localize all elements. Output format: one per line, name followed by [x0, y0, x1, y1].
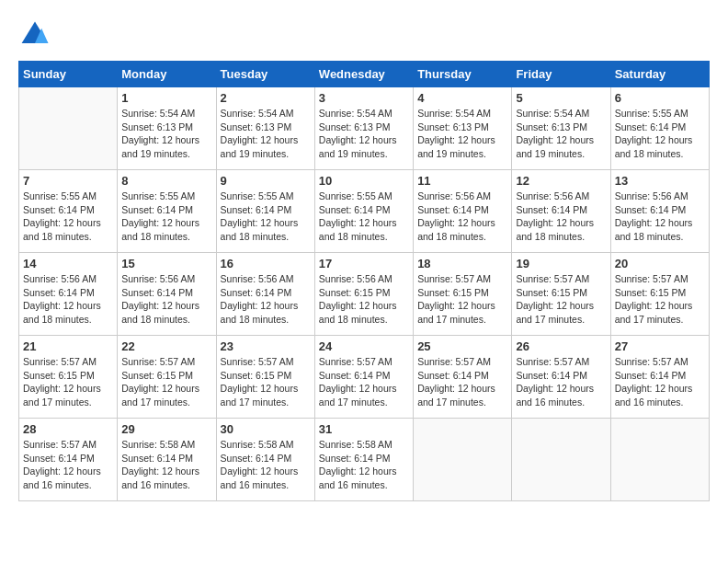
- calendar-day-cell: 24Sunrise: 5:57 AM Sunset: 6:14 PM Dayli…: [314, 336, 413, 419]
- page-header: [18, 18, 710, 52]
- day-of-week-header: Wednesday: [314, 62, 413, 87]
- day-info-text: Sunrise: 5:56 AM Sunset: 6:14 PM Dayligh…: [23, 272, 113, 327]
- day-info-text: Sunrise: 5:57 AM Sunset: 6:14 PM Dayligh…: [23, 438, 113, 492]
- calendar-day-cell: 9Sunrise: 5:55 AM Sunset: 6:14 PM Daylig…: [216, 170, 314, 253]
- calendar-day-cell: 23Sunrise: 5:57 AM Sunset: 6:15 PM Dayli…: [216, 336, 314, 419]
- day-info-text: Sunrise: 5:57 AM Sunset: 6:15 PM Dayligh…: [615, 272, 705, 327]
- day-info-text: Sunrise: 5:56 AM Sunset: 6:14 PM Dayligh…: [121, 272, 211, 327]
- calendar-day-cell: 28Sunrise: 5:57 AM Sunset: 6:14 PM Dayli…: [19, 419, 118, 501]
- day-of-week-header: Tuesday: [216, 62, 314, 87]
- day-number: 10: [319, 174, 409, 188]
- day-number: 15: [121, 257, 211, 270]
- day-number: 11: [417, 174, 507, 188]
- calendar-day-cell: 19Sunrise: 5:57 AM Sunset: 6:15 PM Dayli…: [512, 253, 610, 336]
- calendar-day-cell: 30Sunrise: 5:58 AM Sunset: 6:14 PM Dayli…: [216, 419, 314, 501]
- day-number: 25: [417, 339, 507, 353]
- day-number: 31: [319, 422, 409, 436]
- calendar-day-cell: [512, 419, 610, 501]
- calendar-day-cell: 26Sunrise: 5:57 AM Sunset: 6:14 PM Dayli…: [512, 336, 610, 419]
- calendar-day-cell: 8Sunrise: 5:55 AM Sunset: 6:14 PM Daylig…: [118, 170, 216, 253]
- day-number: 8: [121, 174, 211, 188]
- day-info-text: Sunrise: 5:57 AM Sunset: 6:14 PM Dayligh…: [417, 355, 507, 409]
- day-number: 7: [23, 174, 113, 188]
- day-info-text: Sunrise: 5:56 AM Sunset: 6:14 PM Dayligh…: [516, 190, 606, 244]
- calendar-header-row: SundayMondayTuesdayWednesdayThursdayFrid…: [19, 62, 710, 87]
- day-number: 19: [516, 257, 606, 270]
- day-info-text: Sunrise: 5:55 AM Sunset: 6:14 PM Dayligh…: [23, 190, 113, 244]
- calendar-day-cell: 22Sunrise: 5:57 AM Sunset: 6:15 PM Dayli…: [118, 336, 216, 419]
- calendar-week-row: 7Sunrise: 5:55 AM Sunset: 6:14 PM Daylig…: [19, 170, 710, 253]
- day-info-text: Sunrise: 5:57 AM Sunset: 6:14 PM Dayligh…: [516, 355, 606, 409]
- day-number: 30: [221, 422, 311, 436]
- day-info-text: Sunrise: 5:54 AM Sunset: 6:13 PM Dayligh…: [221, 107, 311, 161]
- day-number: 23: [221, 339, 311, 353]
- calendar-day-cell: 2Sunrise: 5:54 AM Sunset: 6:13 PM Daylig…: [216, 87, 314, 170]
- calendar-day-cell: 13Sunrise: 5:56 AM Sunset: 6:14 PM Dayli…: [610, 170, 709, 253]
- day-number: 20: [615, 257, 705, 270]
- day-number: 22: [121, 339, 211, 353]
- day-number: 17: [319, 257, 409, 270]
- day-info-text: Sunrise: 5:55 AM Sunset: 6:14 PM Dayligh…: [615, 107, 705, 161]
- day-number: 3: [319, 91, 409, 105]
- calendar-day-cell: [414, 419, 512, 501]
- day-info-text: Sunrise: 5:57 AM Sunset: 6:14 PM Dayligh…: [319, 355, 409, 409]
- day-number: 27: [615, 339, 705, 353]
- day-number: 14: [23, 257, 113, 270]
- day-info-text: Sunrise: 5:57 AM Sunset: 6:14 PM Dayligh…: [615, 355, 705, 409]
- logo: [18, 18, 55, 52]
- day-number: 26: [516, 339, 606, 353]
- calendar-day-cell: 7Sunrise: 5:55 AM Sunset: 6:14 PM Daylig…: [19, 170, 118, 253]
- calendar-week-row: 28Sunrise: 5:57 AM Sunset: 6:14 PM Dayli…: [19, 419, 710, 501]
- day-info-text: Sunrise: 5:55 AM Sunset: 6:14 PM Dayligh…: [221, 190, 311, 244]
- day-number: 21: [23, 339, 113, 353]
- calendar-day-cell: 14Sunrise: 5:56 AM Sunset: 6:14 PM Dayli…: [19, 253, 118, 336]
- day-number: 18: [417, 257, 507, 270]
- calendar-day-cell: 21Sunrise: 5:57 AM Sunset: 6:15 PM Dayli…: [19, 336, 118, 419]
- calendar-day-cell: [610, 419, 709, 501]
- day-info-text: Sunrise: 5:57 AM Sunset: 6:15 PM Dayligh…: [516, 272, 606, 327]
- day-of-week-header: Friday: [512, 62, 610, 87]
- calendar-week-row: 1Sunrise: 5:54 AM Sunset: 6:13 PM Daylig…: [19, 87, 710, 170]
- day-info-text: Sunrise: 5:58 AM Sunset: 6:14 PM Dayligh…: [221, 438, 311, 492]
- day-info-text: Sunrise: 5:57 AM Sunset: 6:15 PM Dayligh…: [417, 272, 507, 327]
- calendar-day-cell: 12Sunrise: 5:56 AM Sunset: 6:14 PM Dayli…: [512, 170, 610, 253]
- day-info-text: Sunrise: 5:57 AM Sunset: 6:15 PM Dayligh…: [23, 355, 113, 409]
- logo-icon: [18, 18, 51, 52]
- calendar-day-cell: 6Sunrise: 5:55 AM Sunset: 6:14 PM Daylig…: [610, 87, 709, 170]
- calendar-day-cell: 5Sunrise: 5:54 AM Sunset: 6:13 PM Daylig…: [512, 87, 610, 170]
- day-number: 9: [221, 174, 311, 188]
- calendar-week-row: 14Sunrise: 5:56 AM Sunset: 6:14 PM Dayli…: [19, 253, 710, 336]
- day-of-week-header: Monday: [118, 62, 216, 87]
- calendar-day-cell: 31Sunrise: 5:58 AM Sunset: 6:14 PM Dayli…: [314, 419, 413, 501]
- day-number: 12: [516, 174, 606, 188]
- day-number: 4: [417, 91, 507, 105]
- day-info-text: Sunrise: 5:54 AM Sunset: 6:13 PM Dayligh…: [417, 107, 507, 161]
- day-info-text: Sunrise: 5:57 AM Sunset: 6:15 PM Dayligh…: [121, 355, 211, 409]
- calendar-week-row: 21Sunrise: 5:57 AM Sunset: 6:15 PM Dayli…: [19, 336, 710, 419]
- day-number: 5: [516, 91, 606, 105]
- calendar-day-cell: 27Sunrise: 5:57 AM Sunset: 6:14 PM Dayli…: [610, 336, 709, 419]
- calendar-day-cell: 4Sunrise: 5:54 AM Sunset: 6:13 PM Daylig…: [414, 87, 512, 170]
- day-number: 24: [319, 339, 409, 353]
- calendar-day-cell: 3Sunrise: 5:54 AM Sunset: 6:13 PM Daylig…: [314, 87, 413, 170]
- calendar-day-cell: 11Sunrise: 5:56 AM Sunset: 6:14 PM Dayli…: [414, 170, 512, 253]
- calendar-day-cell: 17Sunrise: 5:56 AM Sunset: 6:15 PM Dayli…: [314, 253, 413, 336]
- calendar-table: SundayMondayTuesdayWednesdayThursdayFrid…: [18, 61, 710, 501]
- day-info-text: Sunrise: 5:57 AM Sunset: 6:15 PM Dayligh…: [221, 355, 311, 409]
- calendar-day-cell: 16Sunrise: 5:56 AM Sunset: 6:14 PM Dayli…: [216, 253, 314, 336]
- calendar-day-cell: [19, 87, 118, 170]
- calendar-day-cell: 29Sunrise: 5:58 AM Sunset: 6:14 PM Dayli…: [118, 419, 216, 501]
- day-info-text: Sunrise: 5:54 AM Sunset: 6:13 PM Dayligh…: [516, 107, 606, 161]
- day-of-week-header: Thursday: [414, 62, 512, 87]
- calendar-day-cell: 15Sunrise: 5:56 AM Sunset: 6:14 PM Dayli…: [118, 253, 216, 336]
- day-info-text: Sunrise: 5:55 AM Sunset: 6:14 PM Dayligh…: [319, 190, 409, 244]
- calendar-day-cell: 10Sunrise: 5:55 AM Sunset: 6:14 PM Dayli…: [314, 170, 413, 253]
- day-number: 1: [121, 91, 211, 105]
- calendar-day-cell: 18Sunrise: 5:57 AM Sunset: 6:15 PM Dayli…: [414, 253, 512, 336]
- calendar-day-cell: 20Sunrise: 5:57 AM Sunset: 6:15 PM Dayli…: [610, 253, 709, 336]
- day-info-text: Sunrise: 5:58 AM Sunset: 6:14 PM Dayligh…: [319, 438, 409, 492]
- day-info-text: Sunrise: 5:58 AM Sunset: 6:14 PM Dayligh…: [121, 438, 211, 492]
- day-number: 2: [221, 91, 311, 105]
- day-number: 16: [221, 257, 311, 270]
- day-info-text: Sunrise: 5:55 AM Sunset: 6:14 PM Dayligh…: [121, 190, 211, 244]
